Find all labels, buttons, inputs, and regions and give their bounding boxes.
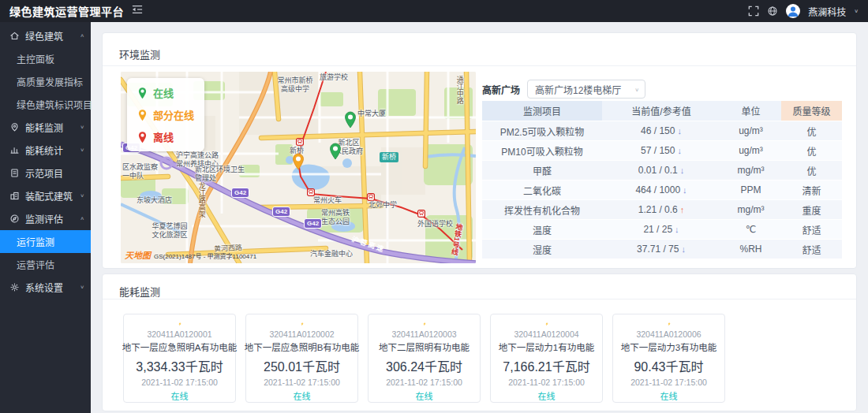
document-icon xyxy=(9,168,20,178)
chevron-down-icon: ∨ xyxy=(634,86,639,91)
energy-card: 320411A0120004 地下一层动力1有功电能 7,166.21千瓦时 2… xyxy=(490,314,603,403)
table-header-row: 监测项目 当前值/参考值 单位 质量等级 xyxy=(482,101,842,121)
sidebar: 绿色建筑 ∧ 主控面板 高质量发展指标 绿色建筑标识项目 能耗监测 ∨ 能耗统计… xyxy=(0,22,91,413)
sidebar-item-run-monitoring[interactable]: 运行监测 xyxy=(0,230,91,253)
sensor-select[interactable]: 高新广场12楼电梯厅 ∨ xyxy=(527,80,645,99)
sidebar-item-main-dashboard[interactable]: 主控面板 xyxy=(0,47,91,70)
user-icon xyxy=(786,4,800,18)
meter-timestamp: 2021-11-02 17:15:00 xyxy=(630,378,707,387)
lightning-icon xyxy=(297,322,308,326)
trend-arrow: ↓ xyxy=(681,244,686,254)
legend-item-online: 在线 xyxy=(137,85,194,100)
lightning-icon xyxy=(419,322,430,326)
lightning-icon xyxy=(664,322,675,326)
trend-arrow: ↓ xyxy=(677,126,682,136)
map-pin-partial-online[interactable] xyxy=(291,151,305,173)
meter-timestamp: 2021-11-02 17:15:00 xyxy=(264,378,340,387)
meter-name: 地下一层应急照明A有功电能 xyxy=(122,340,238,353)
table-row: 湿度 37.71 / 75↓ %RH 舒适 xyxy=(482,240,842,259)
divider xyxy=(103,299,856,300)
meter-value: 90.43千瓦时 xyxy=(634,356,703,375)
trend-arrow: ↑ xyxy=(680,205,685,214)
collapse-sidebar-button[interactable] xyxy=(132,4,143,18)
topbar-actions: 燕澜科技 ∨ xyxy=(748,4,868,18)
avatar[interactable] xyxy=(786,4,800,18)
sidebar-item-energy-monitor[interactable]: 能耗监测 ∨ xyxy=(0,116,91,139)
map-legend: 在线 部分在线 离线 xyxy=(127,78,204,151)
sidebar-item-operation-evaluation[interactable]: 运营评估 xyxy=(0,253,91,276)
building-icon xyxy=(9,191,20,201)
meter-timestamp: 2021-11-02 17:15:00 xyxy=(141,378,218,387)
location-pin-icon xyxy=(9,122,20,132)
home-icon xyxy=(9,31,20,41)
status-badge: 在线 xyxy=(416,389,433,402)
energy-section-title: 能耗监测 xyxy=(119,284,160,299)
sidebar-item-monitor-evaluation[interactable]: 监测评估 ∧ xyxy=(0,207,91,230)
status-badge: 在线 xyxy=(538,389,556,402)
meter-id: 320411A0120003 xyxy=(391,329,456,339)
fullscreen-icon[interactable] xyxy=(748,6,759,17)
gear-icon xyxy=(9,282,20,292)
map[interactable]: 旅游学校 常州市新桥 高级中学 中常大厦 新北区 人民政府 新桥 通江中路 沪宁… xyxy=(121,72,476,263)
sidebar-item-demo-projects[interactable]: 示范项目 xyxy=(0,162,91,184)
meter-timestamp: 2021-11-02 17:15:00 xyxy=(508,378,585,387)
table-row: 温度 21 / 25↓ ℃ 舒适 xyxy=(482,220,842,240)
legend-item-partial-online: 部分在线 xyxy=(137,107,194,122)
table-row: PM2.5可吸入颗粒物 46 / 150↓ ug/m³ 优 xyxy=(482,121,842,141)
energy-card: 320411A0120003 地下二层照明有功电能 306.24千瓦时 2021… xyxy=(368,314,481,403)
trend-arrow: ↓ xyxy=(675,225,679,234)
bar-chart-icon xyxy=(9,145,20,155)
status-badge: 在线 xyxy=(171,389,189,402)
topbar: 绿色建筑运营管理平台 燕澜科技 ∨ xyxy=(0,0,868,22)
table-row: 甲醛 0.01 / 0.1↓ mg/m³ 优 xyxy=(482,161,842,180)
pin-icon xyxy=(137,108,148,121)
main-content: 环境监测 xyxy=(91,22,868,413)
map-pin-online[interactable] xyxy=(328,141,342,163)
chevron-down-icon: ∨ xyxy=(80,125,84,130)
chevron-down-icon: ∨ xyxy=(80,285,84,290)
chevron-down-icon: ∨ xyxy=(80,193,84,199)
chevron-up-icon: ∧ xyxy=(80,33,84,39)
energy-card: 320411A0120001 地下一层应急照明A有功电能 3,334.33千瓦时… xyxy=(123,314,236,403)
sidebar-item-prefab-building[interactable]: 装配式建筑 ∨ xyxy=(0,184,91,207)
sidebar-item-system-settings[interactable]: 系统设置 ∨ xyxy=(0,276,91,299)
sensor-selector-row: 高新广场 高新广场12楼电梯厅 ∨ xyxy=(482,80,645,99)
meter-name: 地下一层动力1有功电能 xyxy=(499,340,594,353)
meter-id: 320411A0120004 xyxy=(514,329,578,339)
chevron-down-icon: ∨ xyxy=(80,147,84,153)
map-pin-online[interactable] xyxy=(343,110,357,132)
building-label: 高新广场 xyxy=(482,83,520,96)
pin-icon xyxy=(137,86,148,99)
sidebar-item-quality-index[interactable]: 高质量发展指标 xyxy=(0,70,91,93)
trend-arrow: ↓ xyxy=(677,146,682,155)
env-section-title: 环境监测 xyxy=(119,47,160,61)
app-window: 绿色建筑运营管理平台 燕澜科技 ∨ 绿 xyxy=(0,0,868,413)
meter-value: 3,334.33千瓦时 xyxy=(136,356,223,375)
trend-arrow: ↓ xyxy=(680,166,685,175)
sidebar-item-label-projects[interactable]: 绿色建筑标识项目 xyxy=(0,93,91,116)
meter-id: 320411A0120002 xyxy=(269,329,334,339)
meter-value: 7,166.21千瓦时 xyxy=(503,356,589,375)
legend-item-offline: 离线 xyxy=(137,129,194,144)
meter-value: 250.01千瓦时 xyxy=(264,356,340,375)
meter-name: 地下二层照明有功电能 xyxy=(379,340,470,353)
status-badge: 在线 xyxy=(660,389,678,402)
sidebar-item-green-building[interactable]: 绿色建筑 ∧ xyxy=(0,24,91,47)
meter-value: 306.24千瓦时 xyxy=(386,356,462,375)
menu-fold-icon xyxy=(132,4,143,15)
globe-icon[interactable] xyxy=(767,6,778,17)
env-table: 监测项目 当前值/参考值 单位 质量等级 PM2.5可吸入颗粒物 46 / 15… xyxy=(482,101,842,259)
user-menu[interactable]: 燕澜科技 xyxy=(808,5,846,18)
sidebar-item-energy-stats[interactable]: 能耗统计 ∨ xyxy=(0,139,91,162)
pin-icon xyxy=(137,130,148,143)
energy-panel: 能耗监测 320411A0120001 地下一层应急照明A有功电能 3,334.… xyxy=(102,273,857,411)
meter-name: 地下一层动力3有功电能 xyxy=(621,340,716,353)
meter-timestamp: 2021-11-02 17:15:00 xyxy=(386,378,462,387)
status-badge: 在线 xyxy=(294,389,311,402)
table-row: 挥发性有机化合物 1.21 / 0.6↑ mg/m³ 重度 xyxy=(482,200,842,220)
meter-name: 地下一层应急照明B有功电能 xyxy=(245,340,360,353)
env-panel: 环境监测 xyxy=(102,32,857,269)
compass-icon xyxy=(9,214,20,224)
trend-arrow: ↓ xyxy=(683,185,687,195)
chevron-up-icon: ∧ xyxy=(80,216,84,221)
